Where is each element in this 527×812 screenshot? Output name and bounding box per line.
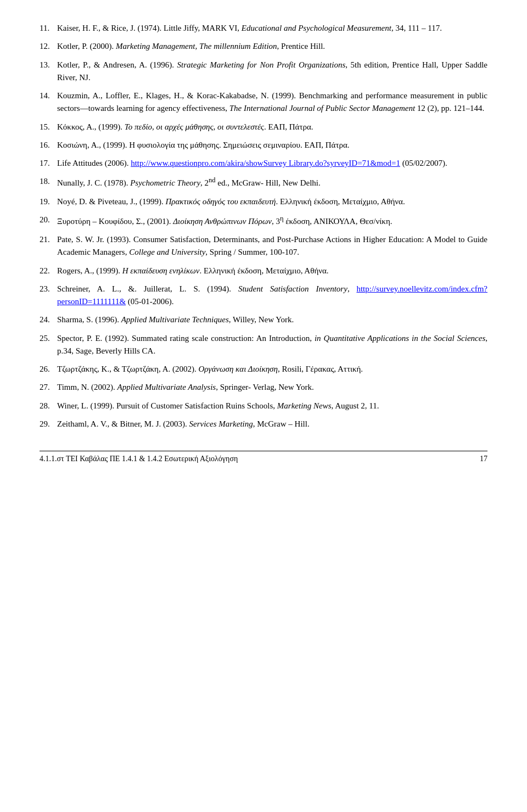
ref-content: Zeithaml, A. V., & Bitner, M. J. (2003).…	[57, 418, 487, 430]
ref-content: Κόκκος, Α., (1999). Το πεδίο, οι αρχές μ…	[57, 121, 487, 133]
list-item: 24.Sharma, S. (1996). Applied Multivaria…	[40, 313, 487, 326]
list-item: 29.Zeithaml, A. V., & Bitner, M. J. (200…	[40, 418, 487, 430]
list-item: 22.Rogers, A., (1999). Η εκπαίδευση ενηλ…	[40, 265, 487, 277]
ref-number: 21.	[40, 233, 57, 259]
ref-number: 18.	[40, 175, 57, 189]
ref-content: Nunally, J. C. (1978). Psychometric Theo…	[57, 175, 487, 189]
ref-number: 29.	[40, 418, 57, 430]
ref-content: Kotler, P., & Andresen, A. (1996). Strat…	[57, 59, 487, 85]
list-item: 21.Pate, S. W. Jr. (1993). Consumer Sati…	[40, 233, 487, 259]
ref-content: Kaiser, H. F., & Rice, J. (1974). Little…	[57, 22, 487, 35]
ref-number: 19.	[40, 195, 57, 208]
list-item: 20.Ξυροτύρη – Κουφίδου, Σ., (2001). Διοί…	[40, 214, 487, 228]
ref-number: 23.	[40, 283, 57, 309]
ref-content: Ξυροτύρη – Κουφίδου, Σ., (2001). Διοίκησ…	[57, 214, 487, 228]
list-item: 13.Kotler, P., & Andresen, A. (1996). St…	[40, 59, 487, 85]
list-item: 26.Τζωρτζάκης, Κ., & Τζωρτζάκη, Α. (2002…	[40, 363, 487, 376]
ref-content: Schreiner, A. L., &. Juillerat, L. S. (1…	[57, 283, 487, 309]
ref-content: Pate, S. W. Jr. (1993). Consumer Satisfa…	[57, 233, 487, 259]
ref-number: 26.	[40, 363, 57, 376]
ref-number: 25.	[40, 332, 57, 358]
ref-number: 28.	[40, 400, 57, 412]
ref-content: Sharma, S. (1996). Applied Multivariate …	[57, 313, 487, 326]
ref-number: 12.	[40, 40, 57, 53]
ref-number: 22.	[40, 265, 57, 277]
list-item: 11.Kaiser, H. F., & Rice, J. (1974). Lit…	[40, 22, 487, 35]
list-item: 14.Kouzmin, A., Loffler, E., Klages, H.,…	[40, 89, 487, 115]
ref-content: Kouzmin, A., Loffler, E., Klages, H., & …	[57, 89, 487, 115]
ref-number: 20.	[40, 214, 57, 228]
list-item: 25.Spector, P. E. (1992). Summated ratin…	[40, 332, 487, 358]
list-item: 18.Nunally, J. C. (1978). Psychometric T…	[40, 175, 487, 189]
ref-content: Κοσιώνη, Α., (1999). Η φυσιολογία της μά…	[57, 139, 487, 152]
ref-number: 14.	[40, 89, 57, 115]
page-container: 11.Kaiser, H. F., & Rice, J. (1974). Lit…	[0, 0, 527, 480]
list-item: 12.Kotler, P. (2000). Marketing Manageme…	[40, 40, 487, 53]
list-item: 15.Κόκκος, Α., (1999). Το πεδίο, οι αρχέ…	[40, 121, 487, 133]
list-item: 23.Schreiner, A. L., &. Juillerat, L. S.…	[40, 283, 487, 309]
ref-content: Spector, P. E. (1992). Summated rating s…	[57, 332, 487, 358]
ref-content: Kotler, P. (2000). Marketing Management,…	[57, 40, 487, 53]
ref-number: 15.	[40, 121, 57, 133]
ref-number: 27.	[40, 381, 57, 394]
references-list: 11.Kaiser, H. F., & Rice, J. (1974). Lit…	[40, 22, 487, 430]
list-item: 28.Winer, L. (1999). Pursuit of Customer…	[40, 400, 487, 412]
ref-content: Τζωρτζάκης, Κ., & Τζωρτζάκη, Α. (2002). …	[57, 363, 487, 376]
ref-number: 16.	[40, 139, 57, 152]
list-item: 16.Κοσιώνη, Α., (1999). Η φυσιολογία της…	[40, 139, 487, 152]
ref-number: 11.	[40, 22, 57, 35]
ref-content: Winer, L. (1999). Pursuit of Customer Sa…	[57, 400, 487, 412]
ref-number: 24.	[40, 313, 57, 326]
ref-content: Rogers, A., (1999). Η εκπαίδευση ενηλίκω…	[57, 265, 487, 277]
list-item: 27.Timm, N. (2002). Applied Multivariate…	[40, 381, 487, 394]
list-item: 17.Life Attitudes (2006). http://www.que…	[40, 157, 487, 170]
ref-content: Timm, N. (2002). Applied Multivariate An…	[57, 381, 487, 394]
ref-content: Life Attitudes (2006). http://www.questi…	[57, 157, 487, 170]
ref-number: 17.	[40, 157, 57, 170]
ref-content: Νοyé, D. & Piveteau, J., (1999). Πρακτικ…	[57, 195, 487, 208]
footer-right: 17	[480, 455, 487, 463]
ref-number: 13.	[40, 59, 57, 85]
footer: 4.1.1.στ ΤΕΙ Καβάλας ΠΕ 1.4.1 & 1.4.2 Εσ…	[40, 451, 487, 463]
footer-left: 4.1.1.στ ΤΕΙ Καβάλας ΠΕ 1.4.1 & 1.4.2 Εσ…	[40, 455, 238, 463]
list-item: 19.Νοyé, D. & Piveteau, J., (1999). Πρακ…	[40, 195, 487, 208]
